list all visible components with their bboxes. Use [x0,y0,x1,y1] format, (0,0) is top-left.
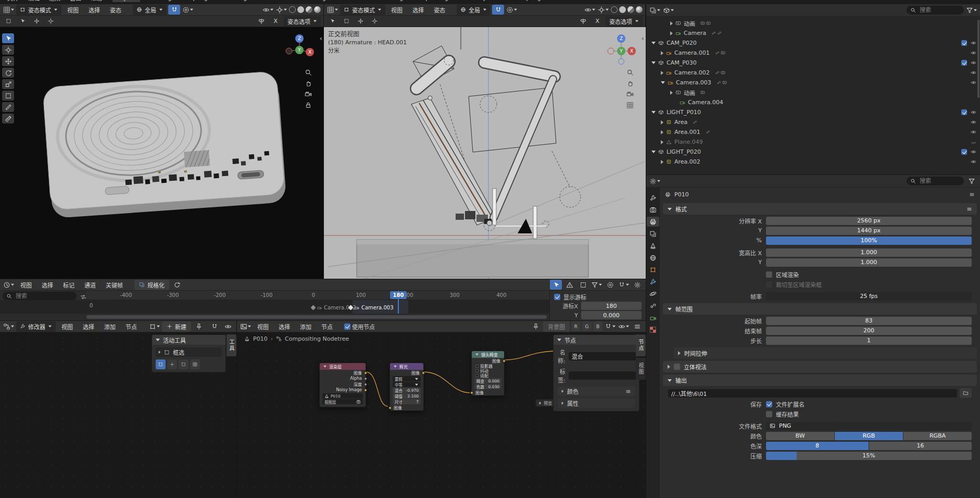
node-render-layers[interactable]: 渲染层 图像 Alpha 深度 Noisy Image P010 视图层 [319,363,366,407]
topbar-menu-file[interactable]: 文件 [3,0,23,3]
mirror-x-toggle[interactable]: X [269,17,282,25]
aspect-x-field[interactable]: 1.000 [766,248,972,257]
socket-image-out[interactable] [364,371,367,375]
new-nodetree-button[interactable]: 新建 [162,321,191,332]
channel-search-input[interactable] [15,292,51,300]
fit-checkbox[interactable] [475,374,479,377]
output-panel-header[interactable]: 输出 [663,375,977,386]
select-mode-extend-icon[interactable] [167,359,177,369]
tool-transform[interactable] [2,91,14,101]
active-tool-field[interactable]: 框选 [156,347,222,357]
sidebar-collapse-arrow[interactable]: ‹ [320,34,322,42]
camera-view-icon[interactable] [305,91,312,98]
workspace-tab-shading[interactable]: Shading [298,0,330,2]
tool-select-box[interactable] [2,33,14,43]
tab-view-layer[interactable] [647,229,659,239]
topbar-menu-render[interactable]: 渲染 [45,0,65,3]
viewport-left-canvas[interactable] [0,27,324,279]
tab-object-data[interactable] [647,313,659,322]
outliner-row[interactable]: Camera [646,28,980,38]
color-bw-button[interactable]: BW [766,432,834,440]
cursor-x-field[interactable]: 180 [581,302,642,310]
select-mode-intersect-icon[interactable] [190,359,200,369]
socket-image-in[interactable] [388,406,392,409]
properties-search[interactable] [907,177,964,185]
tool-move[interactable] [2,56,14,66]
editor-type-button[interactable] [240,321,252,331]
socket-alpha-out[interactable] [364,377,367,380]
eye-icon[interactable] [971,40,976,46]
snap-icon[interactable] [208,321,220,331]
node-label-input[interactable] [569,371,639,380]
outliner-row[interactable]: Area [646,117,980,127]
pin-icon[interactable] [530,321,542,331]
menu-view[interactable]: 视图 [16,280,36,290]
output-path-input[interactable] [668,389,957,397]
format-panel-header[interactable]: 格式 [663,203,977,215]
active-tool-panel-header[interactable]: 活动工具 [152,335,225,345]
navigation-gizmo[interactable]: Z X Y [283,31,316,65]
channel-search[interactable] [3,292,77,301]
crop-region-checkbox[interactable] [766,281,772,288]
sidebar-tab-node[interactable]: 节点 [636,334,646,356]
editor-type-button[interactable] [3,321,15,331]
eye-icon[interactable] [971,109,976,115]
eye-icon[interactable] [971,50,976,56]
filter-icon[interactable] [965,5,977,15]
filter-icon[interactable] [965,176,977,186]
menu-view[interactable]: 视图 [253,322,273,331]
compositor-editor[interactable]: 视图 选择 添加 节点 使用节点 背景图 R G B P010 › Compos… [237,320,646,498]
outliner-row[interactable]: Camera.004 [646,97,980,107]
eye-icon[interactable] [971,60,976,66]
node-tree-type-select[interactable]: 修改器 [16,321,56,332]
shading-solid-button[interactable] [619,6,626,13]
outliner-row-collection[interactable]: LIGHT_P020 [646,147,980,157]
options-gear-icon[interactable] [631,280,643,290]
gizmos-button[interactable] [275,5,287,15]
workspace-tab-animation[interactable]: Animation [331,0,369,2]
menu-select[interactable]: 选择 [408,5,428,15]
distort-slider[interactable]: 畸变0.000 [474,378,501,383]
shading-rendered-button[interactable] [314,6,321,13]
timeline-scrollbar[interactable] [86,315,547,319]
breadcrumb-tree[interactable]: Compositing Nodetree [285,335,349,342]
tool-annotate[interactable] [2,102,14,112]
channel-b-button[interactable]: B [593,321,602,331]
tab-world[interactable] [647,253,659,263]
tool-settings-icon-4[interactable] [45,16,57,26]
zoom-icon[interactable] [626,69,634,76]
shading-wireframe-button[interactable] [611,6,618,13]
menu-view[interactable]: 视图 [387,5,407,15]
depth-8-button[interactable]: 8 [766,442,869,450]
properties-search-input[interactable] [919,177,955,185]
object-selector-icon[interactable] [148,321,160,331]
tool-cursor[interactable] [2,45,14,55]
render-region-checkbox[interactable] [766,271,772,278]
color-rgba-button[interactable]: RGBA [903,432,972,440]
aspect-y-field[interactable]: 1.000 [766,258,972,267]
orientation-select[interactable]: 全局 [457,5,491,15]
mode-select[interactable]: 姿态模式 [16,5,61,15]
outliner-row[interactable]: Area.002 [646,157,980,167]
depth-16-button[interactable]: 16 [869,442,972,450]
pose-options-dropdown[interactable]: 姿态选项 [606,16,643,27]
overlays-button[interactable] [584,5,596,15]
workspace-tab-sculpting[interactable]: Sculpting [177,0,211,2]
workspace-tab-geonodes[interactable]: Geometry Nodes [454,0,510,2]
shading-rendered-button[interactable] [636,6,643,13]
preset-list-icon[interactable] [625,389,631,394]
outliner-row-collection[interactable]: LIGHT_P010 [646,107,980,117]
stereoscopy-panel-header[interactable]: 立体视法 [663,361,977,372]
tab-constraints[interactable] [647,301,659,310]
eye-icon[interactable] [971,129,976,135]
tool-settings-icon-4[interactable] [369,16,381,26]
outliner-scrollbar[interactable] [977,20,979,98]
channel-r-button[interactable]: R [571,321,581,331]
outliner-row-collection[interactable]: CAM_P020 [646,38,980,48]
proportional-icon[interactable] [604,280,616,290]
view-layer-field[interactable]: 视图层 [322,399,363,404]
collection-checkbox[interactable] [961,40,967,46]
outliner-row[interactable]: Plane.049 [646,137,980,147]
pan-hand-icon[interactable] [305,80,312,87]
menu-node[interactable]: 节点 [317,322,337,331]
